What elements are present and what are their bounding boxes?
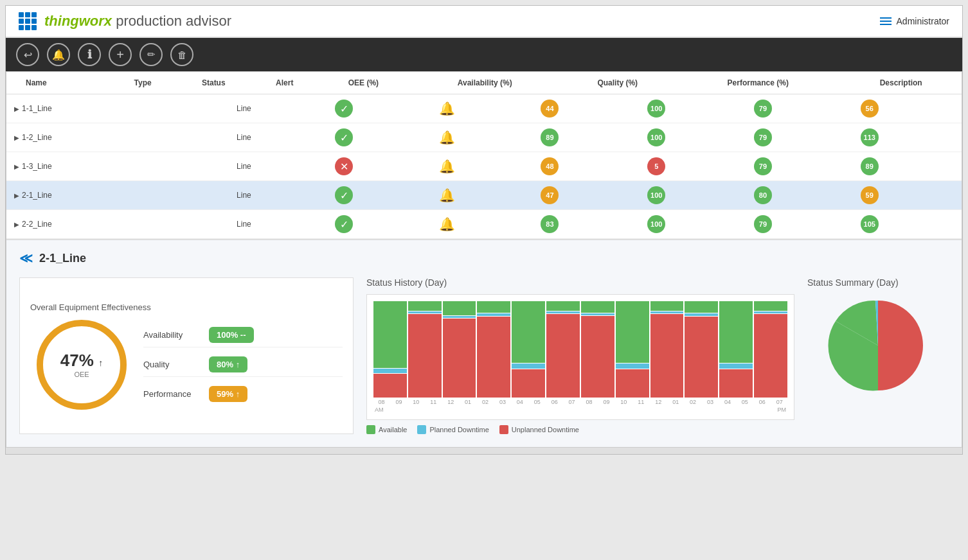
table-row[interactable]: ▶2-2_Line Line ✓ 🔔 83 100 79 105 <box>6 210 962 239</box>
time-label: 07 <box>771 399 787 405</box>
legend-available-label: Available <box>379 426 407 433</box>
avail-badge: 100 <box>647 215 665 233</box>
am-label: AM <box>375 407 384 413</box>
time-label: 12 <box>650 399 667 405</box>
qual-badge: 80 <box>754 186 772 204</box>
bar-unplanned <box>616 369 649 398</box>
lines-table-body: ▶1-1_Line Line ✓ 🔔 44 100 79 56 ▶1-2_Lin… <box>6 94 962 239</box>
bar-unplanned <box>443 319 476 398</box>
info-button[interactable]: ℹ <box>78 43 101 66</box>
bar-unplanned <box>754 314 787 398</box>
app-title: thingworx production advisor <box>44 13 231 30</box>
detail-panel: ≪ 2-1_Line Overall Equipment Effectivene… <box>6 239 962 447</box>
legend-available: Available <box>366 425 407 434</box>
quality-value: 80% ↑ <box>209 356 247 372</box>
row-oee: 47 <box>497 181 604 210</box>
bar-available <box>408 301 442 311</box>
row-oee: 83 <box>497 210 604 239</box>
time-label: 03 <box>494 399 510 405</box>
row-alert: 🔔 <box>397 152 496 181</box>
time-label: 03 <box>703 399 719 405</box>
bar-group <box>719 301 753 398</box>
summary-title: Status Summary (Day) <box>807 277 949 288</box>
row-description <box>923 123 962 152</box>
table-row[interactable]: ▶1-2_Line Line ✓ 🔔 89 100 79 113 <box>6 123 962 152</box>
alert-button[interactable]: 🔔 <box>47 43 70 66</box>
bar-planned <box>408 311 442 313</box>
user-name: Administrator <box>897 16 949 26</box>
bar-group <box>373 301 407 398</box>
status-ok-icon: ✓ <box>335 128 353 146</box>
status-err-icon: ✕ <box>335 157 353 175</box>
row-performance: 56 <box>816 94 923 123</box>
table-row[interactable]: ▶1-1_Line Line ✓ 🔔 44 100 79 56 <box>6 94 962 123</box>
row-alert: 🔔 <box>397 123 496 152</box>
add-button[interactable]: + <box>109 43 132 66</box>
bar-unplanned <box>685 317 718 398</box>
row-expander[interactable]: ▶ <box>14 105 19 112</box>
row-description <box>923 94 962 123</box>
bar-planned <box>616 363 649 368</box>
back-button[interactable]: ↩ <box>16 43 39 66</box>
table-scroll-area[interactable]: ▶1-1_Line Line ✓ 🔔 44 100 79 56 ▶1-2_Lin… <box>6 94 962 239</box>
oee-section-title: Overall Equipment Effectiveness <box>30 302 343 312</box>
time-label: 09 <box>598 399 614 405</box>
horizontal-scrollbar[interactable] <box>6 448 962 454</box>
qual-badge: 79 <box>754 128 772 146</box>
row-availability: 100 <box>603 94 710 123</box>
hamburger-icon[interactable] <box>880 17 892 25</box>
col-name: Name <box>6 72 111 94</box>
row-description <box>923 181 962 210</box>
row-expander[interactable]: ▶ <box>14 221 19 228</box>
main-content: Name Type Status Alert OEE (%) Availabil… <box>6 71 962 448</box>
time-label: 06 <box>546 399 562 405</box>
time-label: 01 <box>460 399 476 405</box>
col-type: Type <box>111 72 175 94</box>
detail-line-name: 2-1_Line <box>39 252 86 265</box>
performance-row: Performance 59% ↑ <box>143 382 343 406</box>
bar-group <box>477 301 510 398</box>
row-performance: 113 <box>816 123 923 152</box>
perf-badge: 105 <box>861 215 879 233</box>
collapse-icon[interactable]: ≪ <box>19 250 33 266</box>
bar-available <box>754 301 787 311</box>
row-expander[interactable]: ▶ <box>14 163 19 170</box>
bar-unplanned <box>512 369 545 398</box>
time-label: 01 <box>668 399 684 405</box>
row-expander[interactable]: ▶ <box>14 134 19 141</box>
oee-metrics: Availability 100% -- Quality 80% ↑ Perfo… <box>143 323 343 406</box>
edit-button[interactable]: ✏ <box>139 43 163 66</box>
row-availability: 5 <box>603 152 710 181</box>
user-menu[interactable]: Administrator <box>880 16 949 26</box>
col-alert: Alert <box>253 72 317 94</box>
bar-chart-area: 0809101112010203040506070809101112010203… <box>366 294 794 420</box>
bar-planned <box>512 363 545 368</box>
row-performance: 105 <box>816 210 923 239</box>
history-section: Status History (Day) 0809101112010203040… <box>366 277 794 434</box>
time-label: 04 <box>512 399 528 405</box>
ampm-labels: AM PM <box>373 407 787 413</box>
table-row[interactable]: ▶1-3_Line Line ✕ 🔔 48 5 79 89 <box>6 152 962 181</box>
lines-table: Name Type Status Alert OEE (%) Availabil… <box>6 72 962 94</box>
alert-icon: 🔔 <box>439 188 455 202</box>
oee-value: 47% ↑ <box>60 351 103 371</box>
row-performance: 89 <box>816 152 923 181</box>
row-name: ▶1-2_Line <box>6 123 197 152</box>
app-grid-icon[interactable] <box>19 12 37 30</box>
delete-button[interactable]: 🗑 <box>170 43 193 66</box>
row-alert: 🔔 <box>397 94 496 123</box>
oee-section: Overall Equipment Effectiveness 47% ↑ OE… <box>19 277 354 434</box>
col-quality: Quality (%) <box>559 72 676 94</box>
bar-group <box>546 301 580 398</box>
bar-unplanned <box>546 314 580 398</box>
row-availability: 100 <box>603 123 710 152</box>
bar-available <box>546 301 580 311</box>
row-type: Line <box>197 123 291 152</box>
row-name: ▶2-2_Line <box>6 210 197 239</box>
bar-available <box>477 301 510 313</box>
performance-label: Performance <box>143 389 201 399</box>
table-row[interactable]: ▶2-1_Line Line ✓ 🔔 47 100 80 59 <box>6 181 962 210</box>
bar-available <box>650 301 684 311</box>
row-expander[interactable]: ▶ <box>14 192 19 199</box>
time-label: 06 <box>754 399 770 405</box>
